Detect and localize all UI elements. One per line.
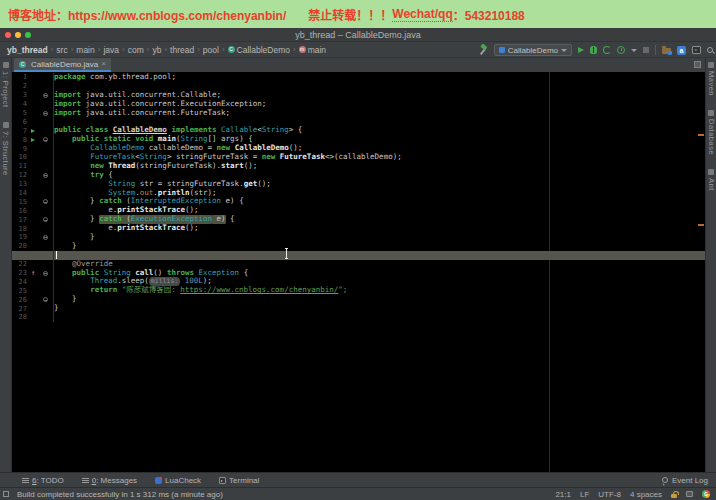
- toolwindow-button-luacheck[interactable]: LuaCheck: [155, 476, 201, 485]
- caret-position-widget[interactable]: 21:1: [555, 490, 571, 499]
- run-configuration-select[interactable]: CallableDemo: [494, 44, 572, 56]
- inspections-widget-icon[interactable]: [694, 61, 701, 68]
- code-line: 9 CallableDemo callableDemo = new Callab…: [12, 144, 705, 153]
- plugin-g-icon[interactable]: G: [702, 490, 710, 498]
- code-line: 28: [12, 313, 705, 322]
- zoom-window-button[interactable]: [25, 32, 31, 38]
- code-text: public String call() throws Exception {: [54, 269, 705, 278]
- traffic-lights: [5, 32, 31, 38]
- indent-widget[interactable]: 4 spaces: [630, 490, 662, 499]
- profiler-button[interactable]: [617, 46, 625, 54]
- editor-gutter: 1: [12, 73, 54, 82]
- toolwindow-icon: [3, 62, 9, 68]
- breadcrumb: yb_thread›src›main›java›com›yb›thread›po…: [7, 45, 326, 55]
- run-gutter-icon[interactable]: [31, 129, 35, 133]
- editor-gutter: 21: [12, 251, 54, 260]
- line-number: 12: [12, 171, 27, 179]
- encoding-widget[interactable]: UTF-8: [598, 490, 621, 499]
- breadcrumb-item-thread[interactable]: ›thread: [161, 45, 194, 55]
- line-number: 6: [12, 118, 27, 126]
- fold-icon[interactable]: [43, 137, 48, 142]
- write-access-lock-icon[interactable]: [671, 494, 677, 498]
- toolwindow-button-terminal[interactable]: Terminal: [219, 476, 259, 485]
- line-number: 20: [12, 242, 27, 250]
- toolwindow-switcher-icon[interactable]: [3, 491, 9, 497]
- toolwindow-button-structure[interactable]: 7: Structure: [1, 122, 10, 176]
- breadcrumb-separator: ›: [51, 45, 54, 54]
- breadcrumb-item-yb_thread[interactable]: yb_thread: [7, 45, 48, 55]
- toolwindow-button-messages[interactable]: 0: Messages: [82, 476, 137, 485]
- breadcrumb-item-pool[interactable]: ›pool: [194, 45, 219, 55]
- editor-gutter: 14: [12, 189, 54, 198]
- tab-callabledemo[interactable]: C CallableDemo.java ×: [14, 58, 111, 72]
- fold-icon[interactable]: [43, 199, 48, 204]
- fold-icon[interactable]: [43, 217, 48, 222]
- todo-icon: [22, 478, 29, 479]
- build-hammer-icon[interactable]: [478, 45, 488, 55]
- toolwindow-label: Maven: [707, 71, 716, 96]
- toolwindow-button-maven[interactable]: Maven: [707, 62, 716, 96]
- fold-icon[interactable]: [43, 93, 48, 98]
- code-text: String str = stringFutureTask.get();: [54, 180, 705, 189]
- breadcrumb-item-callabledemo[interactable]: ›CCallableDemo: [219, 45, 290, 55]
- editor-gutter: 10: [12, 153, 54, 162]
- editor-gutter: 27: [12, 304, 54, 313]
- minimize-window-button[interactable]: [15, 32, 21, 38]
- line-number: 28: [12, 313, 27, 321]
- breadcrumb-item-main[interactable]: ›main: [68, 45, 95, 55]
- fold-icon[interactable]: [43, 235, 48, 240]
- search-everywhere-icon[interactable]: [707, 47, 713, 53]
- line-separator-widget[interactable]: LF: [580, 490, 589, 499]
- line-number: 2: [12, 82, 27, 90]
- breadcrumb-item-java[interactable]: ›java: [95, 45, 119, 55]
- error-stripe-mark[interactable]: [698, 224, 704, 226]
- run-anything-icon[interactable]: [692, 46, 701, 54]
- navigation-bar: yb_thread›src›main›java›com›yb›thread›po…: [0, 42, 716, 58]
- fold-icon[interactable]: [43, 173, 48, 178]
- close-window-button[interactable]: [5, 32, 11, 38]
- code-text: public static void main(String[] args) {: [54, 135, 705, 144]
- promo-qq-number: ：543210188: [453, 6, 525, 23]
- run-gutter-icon[interactable]: [31, 138, 35, 142]
- code-editor[interactable]: 1package com.yb.thread.pool;23import jav…: [12, 72, 705, 472]
- translate-icon[interactable]: a: [677, 46, 686, 55]
- error-stripe-mark[interactable]: [698, 134, 704, 136]
- breadcrumb-item-src[interactable]: ›src: [48, 45, 68, 55]
- build-status-message: Build completed successfully in 1 s 312 …: [17, 490, 223, 499]
- fold-icon[interactable]: [43, 111, 48, 116]
- terminal-icon: [219, 477, 226, 484]
- main-toolbar: CallableDemo a: [478, 42, 713, 58]
- fold-icon[interactable]: [43, 297, 48, 302]
- reader-mode-icon[interactable]: [686, 491, 693, 497]
- coverage-button[interactable]: [603, 46, 611, 54]
- code-line: 20 }: [12, 242, 705, 251]
- line-number: 4: [12, 100, 27, 108]
- profiler-chevron-icon[interactable]: [631, 49, 637, 52]
- code-text: }: [54, 304, 705, 313]
- toolwindow-button-todo[interactable]: 6: TODO: [22, 476, 64, 485]
- code-line: 4import java.util.concurrent.ExecutionEx…: [12, 100, 705, 109]
- close-tab-icon[interactable]: ×: [101, 60, 106, 68]
- event-log-button[interactable]: Event Log: [662, 476, 708, 485]
- override-gutter-icon[interactable]: ↑: [31, 270, 35, 277]
- open-project-icon[interactable]: [662, 48, 671, 54]
- code-line: 22 @Override: [12, 260, 705, 269]
- breadcrumb-item-com[interactable]: ›com: [119, 45, 144, 55]
- breadcrumb-label: yb_thread: [7, 45, 48, 55]
- left-toolwindow-bar: 1: Project7: Structure: [0, 58, 12, 472]
- code-text: e.printStackTrace();: [54, 206, 705, 215]
- toolwindow-button-ant[interactable]: Ant: [707, 169, 716, 191]
- run-button[interactable]: [578, 47, 584, 53]
- code-line: 18 e.printStackTrace();: [12, 224, 705, 233]
- editor-gutter: 15: [12, 197, 54, 206]
- code-text: import java.util.concurrent.FutureTask;: [54, 109, 705, 118]
- code-text: }: [54, 242, 705, 251]
- breadcrumb-item-yb[interactable]: ›yb: [144, 45, 162, 55]
- debug-button[interactable]: [590, 46, 597, 54]
- toolwindow-button-project[interactable]: 1: Project: [1, 62, 10, 108]
- editor-gutter: 17: [12, 215, 54, 224]
- fold-icon[interactable]: [43, 271, 48, 276]
- toolwindow-button-database[interactable]: Database: [707, 110, 716, 155]
- breadcrumb-item-main[interactable]: ›mmain: [290, 45, 326, 55]
- breadcrumb-label: pool: [203, 45, 219, 55]
